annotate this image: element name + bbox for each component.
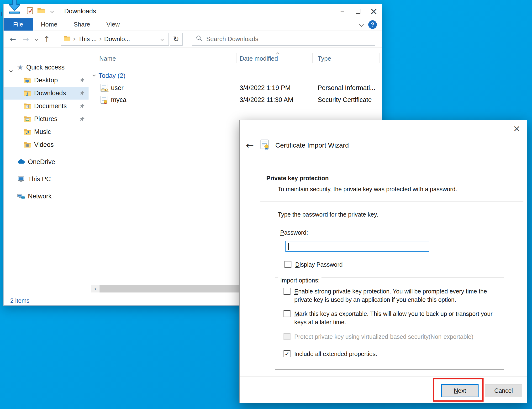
option-virtualized-security: ✓ Protect private key using virtualized-… [284,333,499,341]
tab-home[interactable]: Home [33,19,65,31]
sidebar-item-desktop[interactable]: Desktop [4,74,89,87]
sidebar-item-network[interactable]: Network [4,190,89,203]
qat-customize-chevron[interactable] [46,6,57,17]
forward-button[interactable]: → [20,33,32,45]
quick-access-expand-chevron[interactable] [10,66,12,74]
column-header-type[interactable]: Type [318,55,331,62]
sidebar-item-downloads[interactable]: Downloads [4,87,89,100]
button-area-separator [240,376,527,377]
chevron-down-icon [160,37,164,41]
mark-exportable-checkbox[interactable]: ✓ [284,310,291,317]
recent-locations-button[interactable] [33,33,40,45]
horizontal-scrollbar-thumb[interactable] [100,285,241,292]
wizard-header: ← Certificate Import Wizard [246,139,349,152]
quick-access-star-icon: ★ [17,64,23,71]
mark-exportable-label: Mark this key as exportable. This will a… [294,310,499,326]
network-icon [17,192,25,200]
wizard-close-button[interactable]: × [511,123,523,134]
address-bar[interactable]: › This ... › Downlo... [61,33,169,46]
sidebar-label: Network [28,193,52,200]
sidebar-item-music[interactable]: Music [4,125,89,138]
certificate-import-wizard-dialog: × ← Certificate Import Wizard Private ke… [239,120,527,403]
sidebar-item-quick-access[interactable]: ★ Quick access [4,61,89,74]
tab-share[interactable]: Share [65,19,98,31]
back-icon: ← [10,35,16,43]
group-label: Today (2) [99,72,126,80]
qat-properties-button[interactable] [25,6,36,17]
column-separator[interactable] [312,53,313,63]
downloads-shortcut-icon[interactable] [7,0,22,15]
column-header-date-modified[interactable]: Date modified [240,55,278,62]
minimize-button[interactable]: – [334,4,350,19]
next-button-label: Next [454,387,466,394]
display-password-checkbox[interactable]: ✓ [284,261,291,268]
breadcrumb-this-pc[interactable]: This ... [78,35,97,43]
sidebar-item-videos[interactable]: Videos [4,138,89,151]
file-name: myca [111,96,127,104]
downloads-folder-icon [23,89,31,97]
sidebar-item-onedrive[interactable]: OneDrive [4,155,89,168]
navigation-bar: ← → ↑ › This ... › Downlo... ↻ Search Do… [4,31,382,47]
window-title: Downloads [64,8,96,15]
onedrive-cloud-icon [17,158,25,166]
expand-ribbon-chevron-icon[interactable] [359,22,364,27]
file-row-user[interactable]: user 3/4/2022 1:19 PM Personal Informati… [89,82,382,94]
pin-icon [80,103,85,111]
up-button[interactable]: ↑ [41,33,53,45]
scroll-left-arrow[interactable]: ‹ [91,285,100,292]
checkmark-icon: ✓ [284,351,289,357]
column-header-name[interactable]: Name [99,55,116,62]
cancel-button-label: Cancel [494,387,513,394]
minimize-icon: – [340,7,344,15]
maximize-button[interactable] [350,4,366,19]
search-icon [196,35,202,43]
refresh-button[interactable]: ↻ [170,33,183,46]
import-options-label: Import options: [278,277,321,284]
column-separator[interactable] [237,53,237,63]
file-row-myca[interactable]: myca 3/4/2022 11:30 AM Security Certific… [89,94,382,106]
close-button[interactable]: × [366,4,382,19]
tab-view[interactable]: View [98,19,128,31]
certificate-icon [259,139,270,152]
wizard-back-icon[interactable]: ← [246,141,254,150]
address-dropdown-button[interactable] [158,38,166,40]
display-password-label: Display Password [295,260,343,269]
sort-ascending-icon [277,49,279,57]
sidebar-label: Pictures [34,115,57,123]
horizontal-scrollbar[interactable]: ‹ [91,285,241,292]
column-separator[interactable] [379,53,379,63]
security-certificate-icon [100,95,109,106]
next-button[interactable]: Next [441,384,478,397]
sidebar-item-documents[interactable]: Documents [4,100,89,112]
import-options-group: Import options: ✓ Enable strong private … [275,281,504,370]
sidebar-item-this-pc[interactable]: This PC [4,173,89,186]
personal-info-exchange-icon [100,83,109,94]
group-header-today[interactable]: Today (2) [89,69,382,82]
cancel-button[interactable]: Cancel [485,384,522,397]
separator [260,202,523,202]
display-password-row[interactable]: ✓ Display Password [284,260,343,269]
sidebar: ★ Quick access Desktop Downloads Documen… [4,47,89,296]
breadcrumb-downloads[interactable]: Downlo... [104,35,130,43]
option-include-extended-properties[interactable]: ✓ Include all extended properties. [284,350,499,358]
maximize-icon [356,9,360,14]
option-strong-key-protection[interactable]: ✓ Enable strong private key protection. … [284,287,499,304]
search-box[interactable]: Search Downloads [192,33,375,46]
option-mark-exportable[interactable]: ✓ Mark this key as exportable. This will… [284,310,499,326]
password-group: Password: ✓ Display Password [275,233,504,278]
ribbon-right-controls: ? [360,19,382,31]
tab-file[interactable]: File [4,19,33,31]
help-icon: ? [371,21,375,28]
qat-new-folder-button[interactable] [36,6,46,17]
help-button[interactable]: ? [368,20,377,29]
extended-properties-checkbox[interactable]: ✓ [284,350,291,357]
back-button[interactable]: ← [7,33,19,45]
ribbon-tabs: File Home Share View ? [4,19,382,31]
this-pc-monitor-icon [17,175,25,183]
strong-protection-checkbox[interactable]: ✓ [284,288,291,295]
sidebar-item-pictures[interactable]: Pictures [4,112,89,125]
password-input[interactable] [285,241,429,252]
sidebar-label: Videos [34,141,54,149]
sidebar-label: Desktop [34,77,58,84]
close-icon: × [513,124,521,133]
